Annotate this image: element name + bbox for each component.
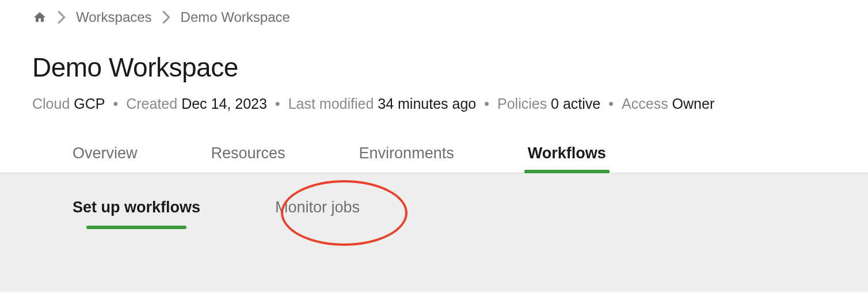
subtab-setup-workflows[interactable]: Set up workflows [73, 199, 200, 227]
tab-overview[interactable]: Overview [73, 144, 138, 173]
tab-workflows[interactable]: Workflows [528, 144, 606, 173]
chevron-right-icon [162, 11, 170, 24]
breadcrumb-workspaces[interactable]: Workspaces [76, 9, 152, 25]
meta-separator: • [113, 96, 118, 112]
meta-modified-label: Last modified [288, 96, 374, 112]
meta-separator: • [275, 96, 280, 112]
meta-created-label: Created [126, 96, 177, 112]
tab-resources[interactable]: Resources [211, 144, 285, 173]
breadcrumb-current[interactable]: Demo Workspace [181, 9, 290, 25]
meta-modified-value: 34 minutes ago [378, 96, 476, 112]
sub-tabs: Set up workflows Monitor jobs [32, 199, 836, 227]
meta-cloud-label: Cloud [32, 96, 70, 112]
home-icon[interactable] [32, 10, 47, 24]
meta-policies-value: 0 active [551, 96, 600, 112]
meta-policies-label: Policies [497, 96, 547, 112]
chevron-right-icon [58, 11, 66, 24]
breadcrumb: Workspaces Demo Workspace [32, 9, 836, 25]
meta-separator: • [608, 96, 614, 112]
meta-access-value: Owner [672, 96, 715, 112]
meta-access-label: Access [622, 96, 668, 112]
meta-cloud-value: GCP [74, 96, 105, 112]
content-area: Set up workflows Monitor jobs [0, 173, 868, 292]
main-tabs: Overview Resources Environments Workflow… [32, 144, 836, 173]
tab-environments[interactable]: Environments [359, 144, 454, 173]
subtab-monitor-jobs[interactable]: Monitor jobs [275, 199, 360, 227]
page-title: Demo Workspace [32, 52, 836, 83]
meta-created-value: Dec 14, 2023 [181, 96, 267, 112]
meta-separator: • [484, 96, 489, 112]
meta-row: Cloud GCP • Created Dec 14, 2023 • Last … [32, 96, 836, 112]
